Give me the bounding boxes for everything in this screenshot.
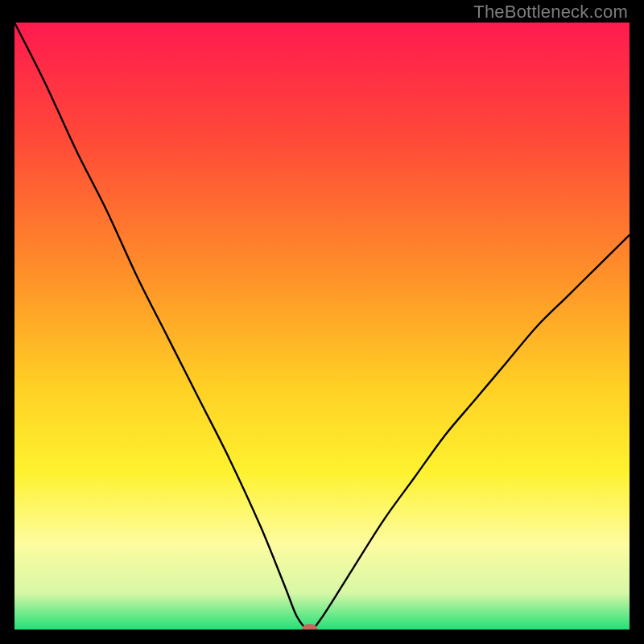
- optimum-marker-icon: [302, 624, 318, 635]
- chart-frame: TheBottleneck.com: [0, 0, 644, 644]
- watermark-text: TheBottleneck.com: [473, 2, 628, 23]
- bottleneck-chart: [0, 0, 644, 644]
